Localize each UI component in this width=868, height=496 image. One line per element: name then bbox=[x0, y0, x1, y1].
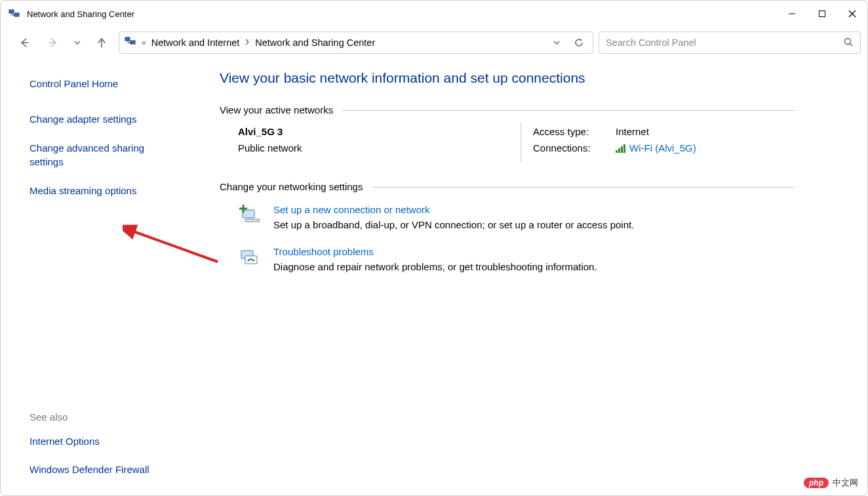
search-icon[interactable] bbox=[843, 37, 854, 49]
forward-button[interactable] bbox=[41, 31, 65, 54]
setup-connection-desc: Set up a broadband, dial-up, or VPN conn… bbox=[273, 219, 634, 230]
watermark-pill: php bbox=[804, 478, 829, 488]
chevron-right-icon bbox=[245, 38, 250, 47]
titlebar: Network and Sharing Center bbox=[1, 1, 867, 27]
setting-setup-connection: Set up a new connection or network Set u… bbox=[220, 203, 795, 245]
sidebar-link-internet-options[interactable]: Internet Options bbox=[30, 434, 100, 449]
setup-connection-link[interactable]: Set up a new connection or network bbox=[273, 204, 634, 215]
network-summary: Alvi_5G 3 Public network bbox=[238, 126, 515, 159]
active-network-block: Alvi_5G 3 Public network Access type: In… bbox=[220, 126, 795, 159]
minimize-button[interactable] bbox=[777, 1, 807, 27]
troubleshoot-desc: Diagnose and repair network problems, or… bbox=[273, 261, 597, 272]
breadcrumb-overflow-icon[interactable]: « bbox=[142, 38, 146, 47]
access-type-value: Internet bbox=[616, 126, 649, 137]
network-type: Public network bbox=[238, 142, 515, 154]
wifi-signal-icon bbox=[616, 144, 625, 153]
back-button[interactable] bbox=[12, 31, 36, 54]
window-controls bbox=[777, 1, 867, 27]
breadcrumb-level-1[interactable]: Network and Internet bbox=[151, 37, 240, 48]
svg-rect-0 bbox=[9, 10, 14, 13]
sidebar-link-advanced[interactable]: Change advanced sharing settings bbox=[30, 141, 167, 170]
setup-connection-icon bbox=[238, 204, 262, 228]
page-heading: View your basic network information and … bbox=[220, 70, 795, 86]
address-dropdown[interactable] bbox=[548, 34, 565, 51]
body: Control Panel Home Change adapter settin… bbox=[1, 58, 867, 495]
main-content: View your basic network information and … bbox=[209, 58, 867, 495]
svg-line-13 bbox=[130, 230, 218, 262]
maximize-button[interactable] bbox=[807, 1, 837, 27]
app-icon bbox=[9, 8, 20, 20]
troubleshoot-icon bbox=[238, 246, 262, 270]
network-details: Access type: Internet Connections: Wi-Fi… bbox=[533, 126, 795, 159]
recent-dropdown[interactable] bbox=[70, 31, 85, 54]
section-change-settings: Change your networking settings bbox=[220, 181, 795, 192]
svg-line-12 bbox=[850, 43, 853, 46]
svg-rect-15 bbox=[245, 219, 260, 222]
section-label-change: Change your networking settings bbox=[220, 181, 363, 192]
svg-point-11 bbox=[845, 38, 851, 44]
sidebar-link-adapter[interactable]: Change adapter settings bbox=[30, 112, 136, 127]
troubleshoot-link[interactable]: Troubleshoot problems bbox=[273, 246, 597, 257]
watermark-text: 中文网 bbox=[833, 477, 858, 489]
breadcrumb-level-2[interactable]: Network and Sharing Center bbox=[255, 37, 375, 48]
svg-rect-14 bbox=[243, 210, 254, 218]
access-type-label: Access type: bbox=[533, 126, 616, 137]
sidebar-link-firewall[interactable]: Windows Defender Firewall bbox=[30, 463, 149, 477]
section-active-networks: View your active networks bbox=[220, 104, 795, 115]
refresh-button[interactable] bbox=[570, 34, 587, 51]
sidebar: Control Panel Home Change adapter settin… bbox=[1, 58, 209, 495]
see-also-header: See also bbox=[30, 411, 196, 423]
close-button[interactable] bbox=[837, 1, 867, 27]
svg-rect-3 bbox=[819, 11, 825, 17]
section-divider bbox=[372, 187, 795, 188]
sidebar-link-home[interactable]: Control Panel Home bbox=[30, 77, 118, 91]
search-box[interactable] bbox=[599, 31, 861, 54]
setting-troubleshoot: Troubleshoot problems Diagnose and repai… bbox=[220, 245, 795, 287]
sidebar-link-media[interactable]: Media streaming options bbox=[30, 184, 136, 198]
network-name: Alvi_5G 3 bbox=[238, 126, 515, 137]
svg-rect-1 bbox=[14, 13, 19, 16]
search-input[interactable] bbox=[606, 37, 843, 48]
svg-rect-10 bbox=[130, 41, 135, 44]
address-bar[interactable]: « Network and Internet Network and Shari… bbox=[119, 31, 593, 54]
watermark: php 中文网 bbox=[804, 477, 858, 489]
nav-row: « Network and Internet Network and Shari… bbox=[1, 27, 867, 58]
window-title: Network and Sharing Center bbox=[27, 9, 777, 19]
window-frame: Network and Sharing Center bbox=[0, 0, 868, 496]
address-icon bbox=[125, 35, 136, 50]
section-divider bbox=[342, 110, 795, 111]
up-button[interactable] bbox=[90, 31, 113, 54]
svg-rect-9 bbox=[125, 37, 130, 41]
section-label-active: View your active networks bbox=[220, 104, 333, 115]
connection-link[interactable]: Wi-Fi (Alvi_5G) bbox=[629, 142, 696, 154]
vertical-divider bbox=[521, 122, 521, 163]
connections-label: Connections: bbox=[533, 142, 616, 154]
